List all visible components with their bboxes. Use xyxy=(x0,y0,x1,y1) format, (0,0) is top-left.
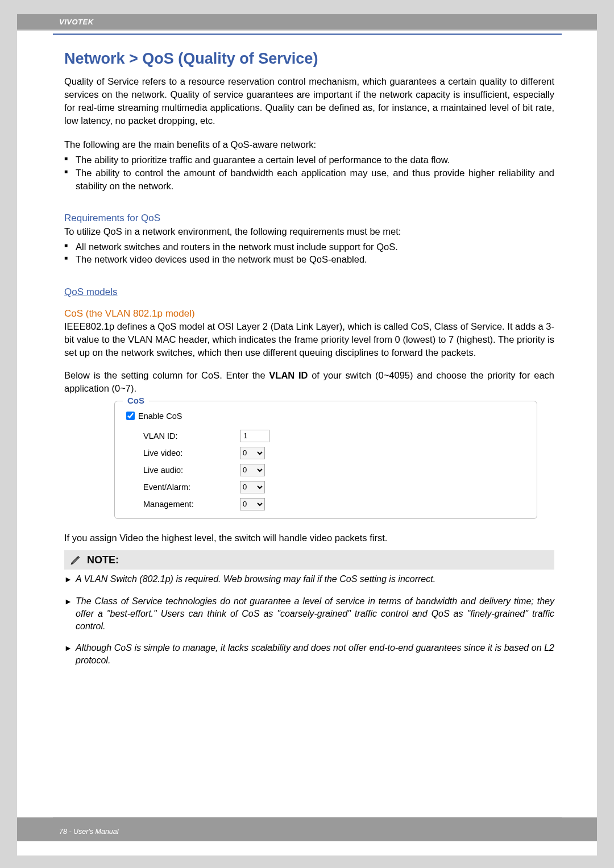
vlan-id-input[interactable] xyxy=(240,430,269,442)
cos-lead-1: Below is the setting column for CoS. Ent… xyxy=(64,370,269,380)
cos-settings-box: CoS Enable CoS VLAN ID: Live video: 0 Li… xyxy=(114,401,537,519)
management-select[interactable]: 0 xyxy=(240,498,265,510)
cos-description: IEEE802.1p defines a QoS model at OSI La… xyxy=(64,320,554,359)
note-header-text: NOTE: xyxy=(87,553,119,567)
pencil-icon xyxy=(70,554,81,566)
requirements-heading: Requirements for QoS xyxy=(64,211,554,225)
event-alarm-label: Event/Alarm: xyxy=(126,481,240,493)
live-video-row: Live video: 0 xyxy=(126,447,525,459)
list-item: The ability to prioritize traffic and gu… xyxy=(64,153,554,167)
management-label: Management: xyxy=(126,499,240,510)
enable-cos-row: Enable CoS xyxy=(126,410,525,422)
benefits-list: The ability to prioritize traffic and gu… xyxy=(64,153,554,192)
note-header-box: NOTE: xyxy=(64,550,554,570)
event-alarm-row: Event/Alarm: 0 xyxy=(126,481,525,493)
after-box-text: If you assign Video the highest level, t… xyxy=(64,531,554,545)
cos-lead-bold: VLAN ID xyxy=(269,370,308,380)
cos-legend: CoS xyxy=(123,395,149,407)
management-row: Management: 0 xyxy=(126,498,525,510)
requirements-lead: To utilize QoS in a network environment,… xyxy=(64,225,554,238)
content-area: Network > QoS (Quality of Service) Quali… xyxy=(17,35,597,667)
header-bar: VIVOTEK xyxy=(17,14,597,31)
note-item: Although CoS is simple to manage, it lac… xyxy=(64,642,554,667)
event-alarm-select[interactable]: 0 xyxy=(240,481,265,493)
footer-text: 78 - User's Manual xyxy=(59,828,119,836)
vlan-id-row: VLAN ID: xyxy=(126,430,525,442)
list-item: The ability to control the amount of ban… xyxy=(64,167,554,193)
requirements-list: All network switches and routers in the … xyxy=(64,240,554,267)
benefits-lead: The following are the main benefits of a… xyxy=(64,138,554,151)
qos-models-heading: QoS models xyxy=(64,285,554,298)
enable-cos-checkbox[interactable] xyxy=(126,412,135,420)
brand-text: VIVOTEK xyxy=(59,18,94,26)
cos-heading: CoS (the VLAN 802.1p model) xyxy=(64,307,554,320)
note-item: A VLAN Switch (802.1p) is required. Web … xyxy=(64,573,554,585)
enable-cos-label: Enable CoS xyxy=(138,410,182,422)
live-video-select[interactable]: 0 xyxy=(240,447,265,459)
list-item: All network switches and routers in the … xyxy=(64,240,554,254)
note-item: The Class of Service technologies do not… xyxy=(64,595,554,633)
page-title: Network > QoS (Quality of Service) xyxy=(64,48,554,69)
live-video-label: Live video: xyxy=(126,447,240,459)
cos-lead: Below is the setting column for CoS. Ent… xyxy=(64,369,554,395)
vlan-id-label: VLAN ID: xyxy=(126,430,240,442)
note-list: A VLAN Switch (802.1p) is required. Web … xyxy=(64,573,554,666)
page: VIVOTEK Network > QoS (Quality of Servic… xyxy=(17,14,597,855)
live-audio-label: Live audio: xyxy=(126,464,240,476)
intro-paragraph: Quality of Service refers to a resource … xyxy=(64,75,554,127)
live-audio-row: Live audio: 0 xyxy=(126,464,525,476)
live-audio-select[interactable]: 0 xyxy=(240,464,265,476)
list-item: The network video devices used in the ne… xyxy=(64,253,554,266)
